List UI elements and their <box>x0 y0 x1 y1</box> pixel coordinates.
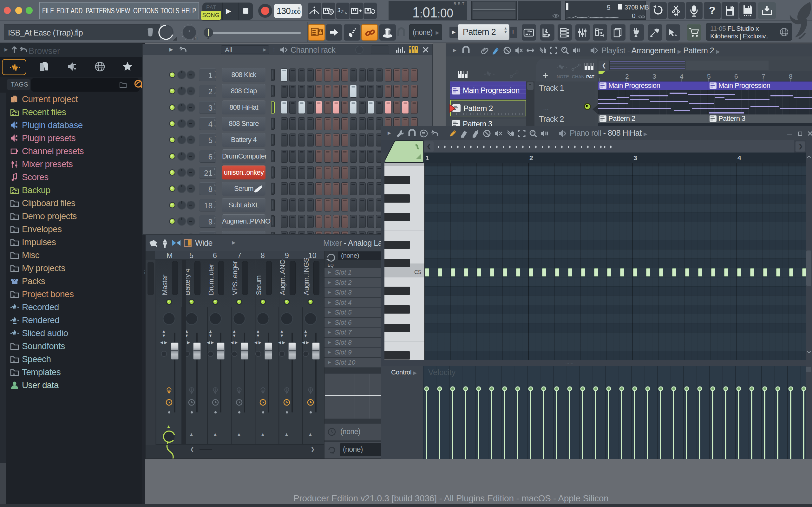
svg-text:1: 1 <box>344 11 346 15</box>
svg-text:3: 3 <box>337 8 340 13</box>
svg-text:2: 2 <box>341 9 343 14</box>
svg-text:+: + <box>543 70 548 80</box>
svg-text:?: ? <box>709 4 716 16</box>
